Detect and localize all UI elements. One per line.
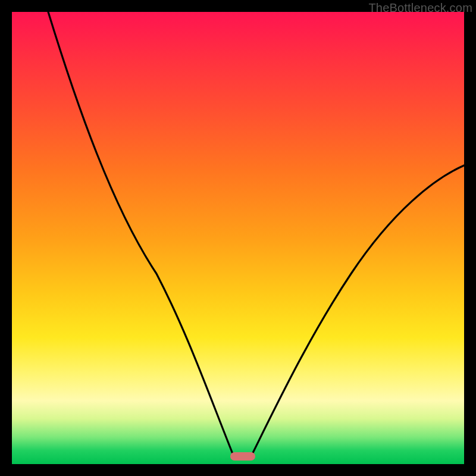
chart-frame: TheBottleneck.com [0,0,476,476]
plot-area [12,12,464,464]
bottleneck-curve [12,12,464,464]
curve-left [48,12,233,455]
optimal-marker [230,452,255,461]
curve-right [252,165,464,455]
